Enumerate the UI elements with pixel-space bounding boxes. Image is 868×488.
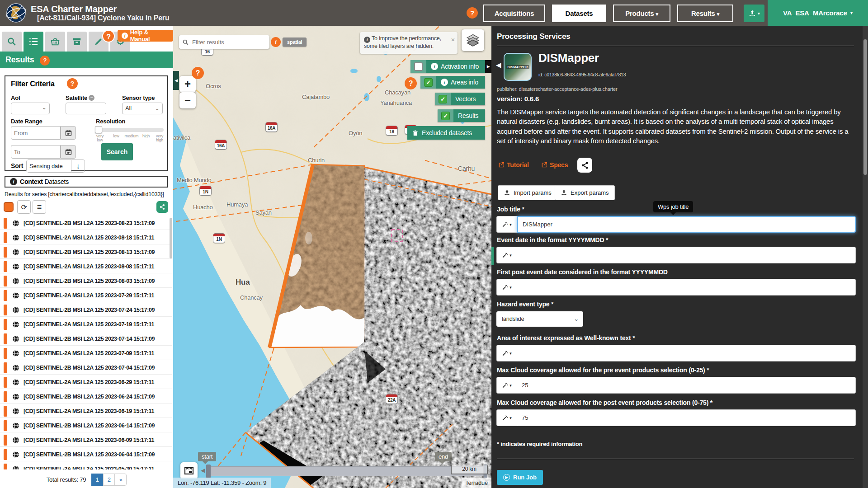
date-to-input[interactable] [11, 145, 61, 159]
resolution-slider-handle[interactable] [95, 126, 102, 133]
page-next-button[interactable]: » [115, 474, 127, 486]
results-toggle[interactable]: ✓ Results [438, 109, 485, 122]
panel-scrollbar-track[interactable] [863, 26, 868, 488]
filter-info-icon[interactable]: i [271, 37, 281, 47]
date-from-calendar-button[interactable] [61, 126, 76, 140]
checkbox-checked-icon[interactable]: ✓ [439, 95, 447, 103]
dataset-item[interactable]: [CD] SENTINEL-2A MSI L2A 125 2023-05-30 … [0, 462, 172, 469]
dataset-item[interactable]: [CD] SENTINEL-2B MSI L2A 125 2023-07-04 … [0, 361, 172, 375]
series-color-swatch[interactable] [4, 202, 14, 212]
satellite-input[interactable] [66, 103, 106, 114]
aoi-wand-button[interactable]: ▾ [496, 345, 517, 361]
search-button[interactable]: Search [101, 143, 133, 160]
sensor-type-select[interactable]: All⌄ [122, 103, 163, 114]
list-menu-button[interactable]: ≡ [33, 200, 46, 214]
extent-tool-button[interactable] [180, 462, 198, 479]
filter-help-icon[interactable]: ? [67, 78, 78, 89]
timeline-end-tag[interactable]: end [435, 452, 452, 461]
aoi-wkt-input[interactable] [517, 345, 856, 361]
post-cloud-wand-button[interactable]: ▾ [496, 409, 517, 426]
dataset-item[interactable]: [CD] SENTINEL-2A MSI L2A 125 2023-06-29 … [0, 375, 172, 389]
excluded-datasets-button[interactable]: Excluded datasets [407, 126, 485, 140]
post-event-date-input[interactable] [517, 279, 856, 296]
page-2-button[interactable]: 2 [103, 474, 115, 486]
date-to-calendar-button[interactable] [61, 145, 76, 159]
nav-acquisitions[interactable]: Acquisitions [483, 5, 545, 22]
zoom-in-button[interactable]: + [179, 76, 196, 92]
pre-cloud-input[interactable] [517, 377, 856, 394]
timeline-start-tag[interactable]: start [198, 452, 216, 461]
timeline-start-handle[interactable] [206, 465, 211, 478]
hazard-type-select[interactable]: landslide ⌄ [496, 311, 583, 327]
nav-products[interactable]: Products ▾ [613, 5, 670, 22]
tab-results-list[interactable] [24, 32, 43, 52]
zoom-out-button[interactable]: − [179, 92, 196, 108]
job-title-input[interactable] [517, 216, 856, 233]
dataset-item[interactable]: [CD] SENTINEL-2A MSI L2A 125 2023-08-08 … [0, 260, 172, 273]
checkbox-unchecked-icon[interactable] [414, 62, 423, 71]
sort-select[interactable]: Sensing date [26, 160, 71, 173]
panel-expand-arrow[interactable]: ▶ [485, 60, 491, 73]
job-title-wand-button[interactable]: ▾ [496, 216, 517, 233]
timeline-track[interactable] [208, 466, 484, 476]
checkbox-checked-icon[interactable]: ✓ [441, 112, 450, 120]
map-canvas[interactable]: Ocros Cajatambo Chacayan Yanahuanca Oyón… [173, 26, 491, 488]
run-job-button[interactable]: ▶ Run Job [497, 470, 543, 485]
pre-cloud-wand-button[interactable]: ▾ [496, 377, 517, 394]
service-back-arrow[interactable]: ◀ [496, 61, 501, 69]
share-results-button[interactable] [156, 201, 168, 213]
nav-datasets[interactable]: Datasets [552, 5, 606, 22]
dataset-item[interactable]: [CD] SENTINEL-2A MSI L2A 125 2023-06-19 … [0, 404, 172, 418]
tab-basket[interactable] [45, 32, 65, 52]
event-date-input[interactable] [517, 247, 856, 263]
post-event-date-wand-button[interactable]: ▾ [496, 279, 517, 296]
areas-help-icon[interactable]: ? [405, 77, 417, 89]
dataset-item[interactable]: [CD] SENTINEL-2B MSI L2A 125 2023-06-14 … [0, 419, 172, 432]
dataset-item[interactable]: [CD] SENTINEL-2A MSI L2A 125 2023-07-29 … [0, 289, 172, 302]
activation-info-toggle[interactable]: iActivation info [410, 60, 485, 73]
sidebar-help-icon[interactable]: ? [102, 30, 115, 42]
upload-button[interactable]: ▾ [744, 5, 764, 22]
dataset-item[interactable]: [CD] SENTINEL-2B MSI L2A 125 2023-07-24 … [0, 303, 172, 317]
close-icon[interactable]: × [451, 36, 455, 43]
dataset-item[interactable]: [CD] SENTINEL-2A MSI L2A 125 2023-07-09 … [0, 347, 172, 360]
map-help-icon[interactable]: ? [192, 67, 204, 79]
sort-direction-button[interactable]: ↓ [71, 160, 85, 173]
post-cloud-input[interactable] [517, 409, 856, 426]
share-service-button[interactable] [577, 158, 592, 173]
checkbox-checked-icon[interactable]: ✓ [424, 78, 433, 87]
map-filter-input[interactable] [192, 39, 269, 46]
dataset-item[interactable]: [CD] SENTINEL-2A MSI L2A 125 2023-08-18 … [0, 231, 172, 244]
nav-results[interactable]: Results ▾ [677, 5, 733, 22]
context-datasets-header[interactable]: i Context Datasets [5, 176, 168, 188]
list-scrollbar[interactable] [170, 218, 172, 258]
header-help-icon[interactable]: ? [467, 7, 478, 19]
dataset-item[interactable]: [CD] SENTINEL-2B MSI L2A 125 2023-08-03 … [0, 274, 172, 288]
dataset-item[interactable]: [CD] SENTINEL-2B MSI L2A 125 2023-06-24 … [0, 390, 172, 404]
help-manual-button[interactable]: i Help & Manual [118, 30, 173, 42]
user-menu[interactable]: VA_ESA_MArcorace ▾ [768, 0, 868, 26]
spatial-filter-chip[interactable]: spatial [283, 38, 307, 47]
tab-search[interactable] [2, 32, 22, 52]
aoi-select[interactable]: ⌄ [11, 103, 50, 114]
dataset-item[interactable]: [CD] SENTINEL-2B MSI L2A 125 2023-07-14 … [0, 332, 172, 346]
import-params-button[interactable]: Import params [498, 185, 557, 200]
date-from-input[interactable] [11, 126, 61, 140]
specs-link[interactable]: Specs [541, 161, 568, 169]
sidebar-collapse-arrow[interactable]: ◀ [173, 71, 179, 90]
dataset-item[interactable]: [CD] SENTINEL-2A MSI L2A 125 2023-06-09 … [0, 433, 172, 447]
dataset-item[interactable]: [CD] SENTINEL-2B MSI L2A 125 2023-06-04 … [0, 448, 172, 461]
timeline-left-arrow[interactable]: ◀ [201, 467, 205, 474]
export-params-button[interactable]: Export params [555, 185, 615, 200]
panel-scrollbar-thumb[interactable] [863, 39, 867, 175]
page-1-button[interactable]: 1 [91, 474, 103, 486]
tutorial-link[interactable]: Tutorial [498, 161, 529, 169]
areas-info-toggle[interactable]: ✓ iAreas info [420, 76, 485, 89]
results-help-icon[interactable]: ? [40, 56, 50, 66]
tab-archive[interactable] [67, 32, 87, 52]
vectors-toggle[interactable]: ✓ Vectors [435, 93, 485, 105]
event-date-wand-button[interactable]: ▾ [496, 247, 517, 263]
layers-button[interactable] [462, 29, 484, 51]
refresh-button[interactable]: ⟳ [17, 200, 31, 214]
dataset-item[interactable]: [CD] SENTINEL-2B MSI L2A 125 2023-08-13 … [0, 245, 172, 259]
